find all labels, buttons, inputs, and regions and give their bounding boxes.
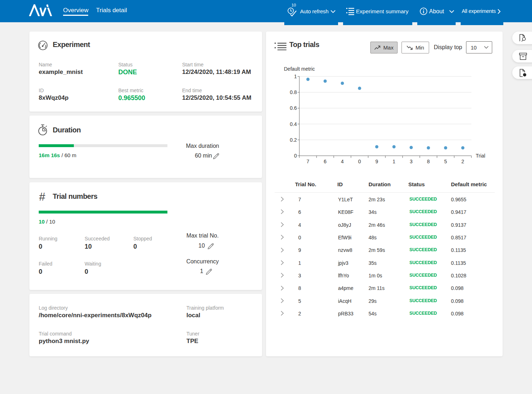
- svg-text:0: 0: [294, 153, 297, 159]
- svg-text:1: 1: [393, 159, 395, 164]
- svg-text:8: 8: [427, 159, 430, 164]
- svg-text:0.8: 0.8: [290, 89, 297, 95]
- svg-text:6: 6: [324, 159, 327, 164]
- svg-text:0.4: 0.4: [290, 121, 297, 127]
- svg-text:0.2: 0.2: [290, 137, 297, 143]
- svg-text:4: 4: [341, 159, 344, 164]
- svg-text:0: 0: [358, 159, 361, 164]
- svg-text:Default metric: Default metric: [284, 66, 315, 72]
- svg-text:9: 9: [375, 159, 378, 164]
- svg-text:1: 1: [294, 74, 297, 79]
- svg-text:Trial: Trial: [476, 153, 485, 159]
- svg-text:7: 7: [307, 159, 309, 164]
- svg-text:0.6: 0.6: [290, 105, 297, 111]
- svg-text:5: 5: [444, 159, 447, 164]
- svg-text:2: 2: [461, 159, 464, 164]
- svg-text:3: 3: [410, 159, 413, 164]
